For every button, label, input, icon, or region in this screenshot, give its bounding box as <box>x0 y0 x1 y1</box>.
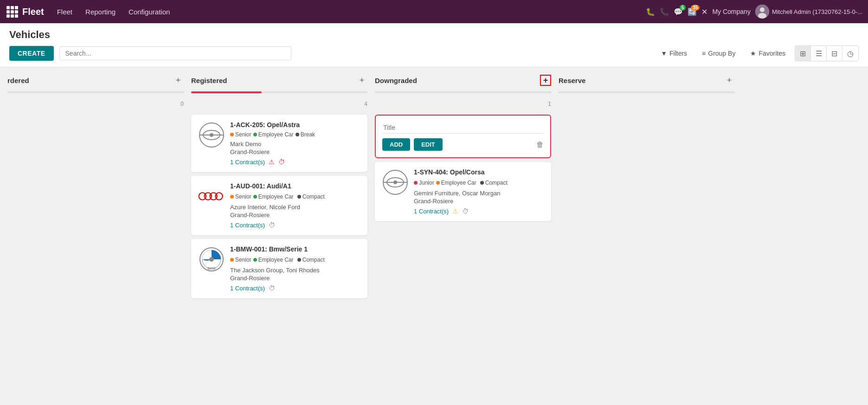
column-downgraded: Downgraded + 1 ADD EDIT 🗑 <box>375 75 551 391</box>
card-bmw-serie1-footer: 1 Contract(s) ⏱ <box>230 284 361 292</box>
filters-button[interactable]: ▼ Filters <box>657 48 691 59</box>
kanban-view-toggle[interactable]: ⊞ <box>795 46 811 61</box>
svg-text:BMW: BMW <box>207 267 216 270</box>
star-icon: ★ <box>750 50 756 57</box>
groupby-icon: ≡ <box>702 50 706 57</box>
card-audi-a1-tags: Senior Employee Car Compact <box>230 193 361 201</box>
menu-configuration[interactable]: Configuration <box>123 5 175 19</box>
tag-compact-audi: Compact <box>297 193 325 200</box>
card-audi-a1-person: Azure Interior, Nicole Ford <box>230 204 361 211</box>
user-menu[interactable]: Mitchell Admin (17320762-15-0-... <box>755 5 862 19</box>
tag-break: Break <box>296 131 315 138</box>
column-downgraded-add[interactable]: + <box>540 75 551 86</box>
card-audi-a1-location: Grand-Rosiere <box>230 212 361 219</box>
list-view-toggle[interactable]: ☰ <box>811 46 827 61</box>
messages-badge: 5 <box>680 5 686 11</box>
card-opel-astra-info: 1-ACK-205: Opel/Astra Senior Employee Ca… <box>230 121 361 166</box>
groupby-button[interactable]: ≡ Group By <box>698 48 739 59</box>
add-form-title-input[interactable] <box>382 122 544 134</box>
card-opel-corsa-info: 1-SYN-404: Opel/Corsa Junior Employee Ca… <box>414 168 545 215</box>
card-audi-a1-info: 1-AUD-001: Audi/A1 Senior Employee Car C… <box>230 182 361 229</box>
tag-employee-car-bmw: Employee Car <box>253 257 294 263</box>
card-inner-audi: 1-AUD-001: Audi/A1 Senior Employee Car C… <box>198 182 361 229</box>
card-inner: 1-ACK-205: Opel/Astra Senior Employee Ca… <box>198 121 361 166</box>
topnav: Fleet Fleet Reporting Configuration 🐛 📞 … <box>0 0 868 23</box>
create-button[interactable]: CREATE <box>9 46 54 61</box>
menu-reporting[interactable]: Reporting <box>80 5 121 19</box>
bmw-contract-link[interactable]: 1 Contract(s) <box>230 285 265 292</box>
close-icon[interactable]: ✕ <box>701 7 707 16</box>
company-name[interactable]: My Company <box>712 8 750 15</box>
column-registered-progress-bar <box>191 91 262 93</box>
column-ordered-header: rdered + <box>7 75 184 86</box>
add-form-add-button[interactable]: ADD <box>382 138 410 151</box>
corsa-clock-icon: ⏱ <box>462 207 469 215</box>
brand-name[interactable]: Fleet <box>22 6 44 17</box>
svg-point-1 <box>760 7 765 12</box>
topnav-menu: Fleet Reporting Configuration <box>51 5 643 19</box>
add-form-delete-button[interactable]: 🗑 <box>536 141 544 149</box>
table-view-toggle[interactable]: ⊟ <box>827 46 842 61</box>
card-opel-corsa-tags: Junior Employee Car Compact <box>414 179 545 187</box>
messages-icon[interactable]: 💬 5 <box>674 7 683 16</box>
bug-icon[interactable]: 🐛 <box>646 7 655 16</box>
corsa-contract-link[interactable]: 1 Contract(s) <box>414 208 449 215</box>
card-bmw-serie1[interactable]: BMW 1-BMW-001: Bmw/Serie 1 Senior Employ… <box>191 239 367 298</box>
dot-senior <box>230 133 234 136</box>
column-registered-add[interactable]: + <box>356 75 367 86</box>
card-logo-opel <box>198 121 225 149</box>
card-bmw-serie1-location: Grand-Rosiere <box>230 275 361 282</box>
tag-senior-bmw: Senior <box>230 257 251 263</box>
grid-menu-icon[interactable] <box>6 5 19 18</box>
column-reserve: Reserve + <box>559 75 735 391</box>
card-opel-astra-title: 1-ACK-205: Opel/Astra <box>230 121 361 129</box>
column-reserve-header: Reserve + <box>559 75 735 86</box>
page-header: Vehicles CREATE ▼ Filters ≡ Group By ★ F… <box>0 23 868 67</box>
column-registered-progress <box>191 91 367 93</box>
card-logo-bmw: BMW <box>198 245 225 273</box>
svg-point-6 <box>210 133 213 137</box>
phone-icon[interactable]: 📞 <box>660 7 669 16</box>
tag-employee-car-corsa: Employee Car <box>436 180 476 186</box>
add-form-edit-button[interactable]: EDIT <box>414 138 443 151</box>
opel-astra-clock-icon: ⏱ <box>278 158 285 166</box>
favorites-button[interactable]: ★ Favorites <box>746 48 789 59</box>
tag-employee-car-audi: Employee Car <box>253 193 294 200</box>
column-registered-count: 4 <box>191 101 367 107</box>
add-form-actions: ADD EDIT 🗑 <box>382 138 544 151</box>
column-reserve-title: Reserve <box>559 77 585 84</box>
column-registered: Registered + 4 1-ACK-205: Opel/Astra <box>191 75 367 391</box>
card-audi-a1[interactable]: 1-AUD-001: Audi/A1 Senior Employee Car C… <box>191 176 367 235</box>
opel-astra-contract-link[interactable]: 1 Contract(s) <box>230 159 265 166</box>
menu-fleet[interactable]: Fleet <box>51 5 78 19</box>
card-audi-a1-title: 1-AUD-001: Audi/A1 <box>230 182 361 190</box>
search-input[interactable] <box>59 46 291 60</box>
tag-junior-corsa: Junior <box>414 180 434 186</box>
svg-point-2 <box>758 13 766 19</box>
tag-compact-corsa: Compact <box>480 180 508 186</box>
card-opel-astra-location: Grand-Rosiere <box>230 148 361 155</box>
card-opel-astra[interactable]: 1-ACK-205: Opel/Astra Senior Employee Ca… <box>191 115 367 172</box>
svg-point-10 <box>215 193 222 199</box>
page-actions: CREATE ▼ Filters ≡ Group By ★ Favorites … <box>9 45 859 67</box>
opel-astra-warning-icon: ⚠ <box>269 158 275 166</box>
user-avatar <box>755 5 769 19</box>
column-reserve-add[interactable]: + <box>724 75 735 86</box>
audi-a1-contract-link[interactable]: 1 Contract(s) <box>230 222 265 229</box>
updates-icon[interactable]: 🔄 35 <box>688 7 697 16</box>
column-ordered-add[interactable]: + <box>173 75 184 86</box>
card-audi-a1-footer: 1 Contract(s) ⏱ <box>230 221 361 229</box>
column-downgraded-count: 1 <box>375 101 551 107</box>
graph-view-toggle[interactable]: ◷ <box>842 46 858 61</box>
column-ordered-count: 0 <box>7 101 184 107</box>
column-registered-title: Registered <box>191 77 227 84</box>
topnav-right: 🐛 📞 💬 5 🔄 35 ✕ My Company Mitchell Admin… <box>646 5 862 19</box>
add-form-card: ADD EDIT 🗑 <box>375 115 551 158</box>
card-opel-corsa[interactable]: 1-SYN-404: Opel/Corsa Junior Employee Ca… <box>375 162 551 221</box>
filter-icon: ▼ <box>661 50 667 57</box>
card-opel-astra-footer: 1 Contract(s) ⚠ ⏱ <box>230 158 361 166</box>
bmw-clock-icon: ⏱ <box>269 284 275 292</box>
card-bmw-serie1-info: 1-BMW-001: Bmw/Serie 1 Senior Employee C… <box>230 245 361 292</box>
updates-badge: 35 <box>691 5 700 11</box>
card-logo-opel-corsa <box>381 168 409 196</box>
